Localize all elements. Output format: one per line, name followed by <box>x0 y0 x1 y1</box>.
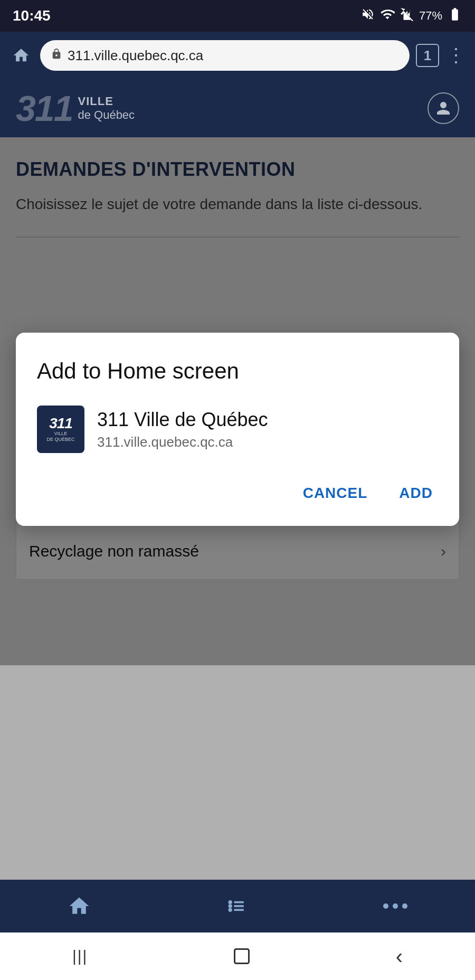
browser-bar: 311.ville.quebec.qc.ca 1 ⋮ <box>0 32 475 79</box>
dialog-app-icon: 311 VILLEDE QUÉBEC <box>37 406 84 453</box>
battery-indicator: 77% <box>419 9 442 23</box>
browser-more-button[interactable]: ⋮ <box>445 45 467 66</box>
dialog-buttons: CANCEL ADD <box>37 479 438 507</box>
dialog-app-url: 311.ville.quebec.qc.ca <box>97 434 268 450</box>
bottom-nav <box>0 880 475 932</box>
url-bar[interactable]: 311.ville.quebec.qc.ca <box>40 40 410 71</box>
add-button[interactable]: ADD <box>394 479 438 507</box>
main-content: DEMANDES D'INTERVENTION Choisissez le su… <box>0 137 475 665</box>
bottom-nav-menu[interactable] <box>225 894 249 918</box>
logo-ville-bottom: de Québec <box>78 108 135 122</box>
browser-home-button[interactable] <box>8 43 34 68</box>
svg-point-4 <box>228 908 232 912</box>
svg-rect-3 <box>234 905 243 907</box>
dialog-title: Add to Home screen <box>37 358 438 384</box>
svg-rect-5 <box>234 909 243 911</box>
wifi-icon <box>380 7 395 25</box>
dialog-app-name: 311 Ville de Québec <box>97 409 268 431</box>
battery-icon <box>448 7 462 25</box>
cancel-button[interactable]: CANCEL <box>298 479 373 507</box>
dialog-app-details: 311 Ville de Québec 311.ville.quebec.qc.… <box>97 409 268 450</box>
bottom-nav-home[interactable] <box>68 894 91 918</box>
android-back-button[interactable]: ‹ <box>396 945 403 968</box>
status-icons: 77% <box>361 7 462 25</box>
user-profile-button[interactable] <box>428 92 459 124</box>
status-time: 10:45 <box>13 7 51 24</box>
svg-point-0 <box>228 900 232 904</box>
dialog-icon-number: 311 <box>49 416 72 431</box>
app-logo: 311 VILLE de Québec <box>16 90 135 126</box>
tab-count-button[interactable]: 1 <box>416 44 439 67</box>
status-bar: 10:45 77% <box>0 0 475 32</box>
mute-icon <box>361 7 375 24</box>
dots-icon <box>383 903 407 909</box>
logo-311: 311 <box>16 90 72 126</box>
android-recent-button[interactable]: ||| <box>72 947 88 965</box>
url-text: 311.ville.quebec.qc.ca <box>68 48 203 64</box>
logo-ville: VILLE de Québec <box>78 95 135 123</box>
svg-rect-1 <box>234 901 243 903</box>
bottom-nav-more[interactable] <box>383 903 407 909</box>
logo-ville-top: VILLE <box>78 95 135 108</box>
svg-point-2 <box>228 904 232 908</box>
android-home-button[interactable] <box>232 947 251 966</box>
app-header: 311 VILLE de Québec <box>0 79 475 137</box>
svg-rect-6 <box>235 949 249 964</box>
lock-icon <box>51 48 62 63</box>
dialog-icon-ville: VILLEDE QUÉBEC <box>46 431 74 443</box>
dialog-app-info: 311 VILLEDE QUÉBEC 311 Ville de Québec 3… <box>37 406 438 453</box>
android-nav: ||| ‹ <box>0 932 475 980</box>
add-to-home-dialog: Add to Home screen 311 VILLEDE QUÉBEC 31… <box>16 333 459 526</box>
signal-icon <box>400 7 414 24</box>
